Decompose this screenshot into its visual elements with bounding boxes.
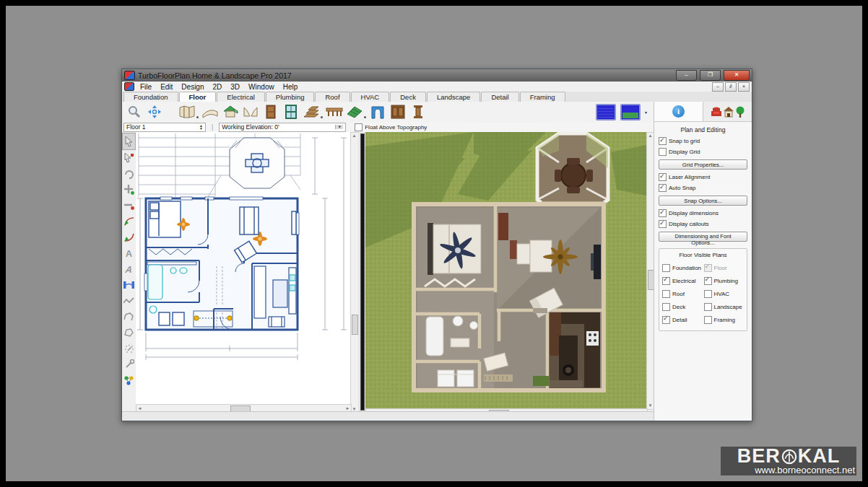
snap-options-button[interactable]: Snap Options...	[659, 196, 747, 206]
mdi-close-button[interactable]: ×	[738, 82, 750, 92]
menu-item[interactable]: 3D	[226, 83, 244, 91]
checkbox-box[interactable]	[704, 290, 712, 298]
reverse-arc-tool-icon[interactable]	[123, 229, 135, 245]
plan-tab[interactable]: Plumbing	[266, 92, 315, 102]
plan-tab[interactable]: Roof	[315, 92, 350, 102]
pan-tool-icon[interactable]	[145, 103, 163, 120]
open-polygon-tool-icon[interactable]	[123, 309, 135, 325]
checkbox-box[interactable]	[662, 264, 670, 272]
checkbox-box[interactable]	[659, 173, 667, 181]
rotate-tool-icon[interactable]	[123, 166, 135, 182]
plan-visibility-checkbox[interactable]: Foundation	[662, 264, 703, 272]
floor-selector[interactable]: Floor 1 ▲▼	[123, 123, 206, 132]
option-checkbox[interactable]: Display Grid	[659, 148, 747, 156]
float-above-topography-checkbox[interactable]: Float Above Topography	[355, 123, 427, 131]
plan-visibility-checkbox[interactable]: Floor	[704, 264, 745, 272]
arc-tool-icon[interactable]	[123, 214, 135, 229]
window-tool-icon[interactable]	[282, 103, 300, 120]
roofing-tool-dropdown[interactable]	[364, 116, 366, 118]
plan-tab[interactable]: Deck	[390, 92, 426, 102]
plan-visibility-checkbox[interactable]: Landscape	[704, 303, 745, 311]
title-bar[interactable]: TurboFloorPlan Home & Landscape Pro 2017…	[122, 69, 752, 82]
railing-tool-icon[interactable]	[325, 103, 343, 120]
curved-wall-tool-icon[interactable]	[201, 103, 219, 120]
plan-visibility-checkbox[interactable]: Deck	[662, 303, 703, 311]
dimension-tool-icon[interactable]	[123, 277, 135, 293]
plan-visibility-checkbox[interactable]: Detail	[662, 316, 703, 324]
column-tool-icon[interactable]	[409, 103, 427, 120]
2d-floor-plan-canvas[interactable]	[136, 132, 350, 404]
working-elevation-field[interactable]: Working Elevation: 0' ▼	[219, 123, 346, 132]
italic-text-tool-icon[interactable]: A	[123, 261, 135, 277]
archway-tool-icon[interactable]	[368, 103, 386, 120]
cabinet-tool-icon[interactable]	[389, 103, 407, 120]
roof-tool-icon[interactable]	[221, 103, 239, 120]
remove-point-tool-icon[interactable]	[123, 198, 135, 214]
zoom-tool-icon[interactable]	[125, 103, 143, 120]
minimize-button[interactable]: –	[676, 70, 697, 81]
grid-properties-button[interactable]: Grid Properties...	[659, 159, 747, 170]
checkbox-box[interactable]	[704, 277, 712, 285]
option-checkbox[interactable]: Laser Alignment	[659, 173, 747, 181]
door-tool-icon[interactable]	[261, 103, 279, 120]
scroll-up-arrow[interactable]: ▲	[647, 133, 654, 139]
plan-tab[interactable]: Framing	[520, 92, 565, 102]
checkbox-box[interactable]	[662, 303, 670, 311]
checkbox-box[interactable]	[355, 123, 363, 131]
2d-plan-view-button[interactable]	[596, 104, 616, 120]
wall-tool-icon[interactable]	[178, 103, 196, 120]
checkbox-box[interactable]	[662, 290, 670, 298]
select-special-tool-icon[interactable]	[123, 150, 135, 166]
option-checkbox[interactable]: Snap to grid	[659, 137, 747, 145]
dimensioning-font-options-button[interactable]: Dimensioning and Font Options...	[659, 232, 747, 242]
checkbox-box[interactable]	[704, 303, 712, 311]
plan-visibility-checkbox[interactable]: Electrical	[662, 277, 703, 285]
menu-item[interactable]: Help	[279, 83, 303, 91]
opening-tool-icon[interactable]	[241, 103, 259, 120]
plan-tab[interactable]: HVAC	[351, 92, 390, 102]
tab-plan-info[interactable]: i	[654, 102, 703, 121]
scroll-down-arrow[interactable]: ▼	[647, 403, 654, 409]
add-point-tool-icon[interactable]	[123, 182, 135, 198]
view-splitter[interactable]	[358, 132, 365, 412]
mdi-minimize-button[interactable]: –	[712, 82, 724, 92]
close-button[interactable]: ✕	[724, 70, 750, 81]
plan-visibility-checkbox[interactable]: HVAC	[704, 290, 745, 298]
3d-overview-canvas[interactable]	[365, 132, 646, 408]
text-tool-icon[interactable]: A	[123, 245, 135, 261]
roofing-material-tool-icon[interactable]	[345, 103, 363, 120]
group-tool-icon[interactable]	[123, 372, 135, 388]
stairs-tool-icon[interactable]	[302, 103, 320, 120]
checkbox-box[interactable]	[659, 220, 667, 228]
menu-item[interactable]: 2D	[209, 83, 227, 91]
plan-tab[interactable]: Landscape	[427, 92, 480, 102]
checkbox-box[interactable]	[704, 264, 712, 272]
plan-tab[interactable]: Electrical	[217, 92, 265, 102]
scroll-thumb[interactable]	[352, 315, 358, 335]
plan-visibility-checkbox[interactable]: Framing	[704, 316, 745, 324]
menu-item[interactable]: Design	[177, 83, 208, 91]
plan-tab[interactable]: Detail	[481, 92, 518, 102]
checkbox-box[interactable]	[659, 209, 667, 217]
option-checkbox[interactable]: Auto Snap	[659, 184, 747, 192]
polyline-tool-icon[interactable]	[123, 293, 135, 309]
checkbox-box[interactable]	[662, 277, 670, 285]
scroll-up-arrow[interactable]: ▲	[351, 133, 357, 139]
plan-tab[interactable]: Floor	[179, 92, 217, 102]
checkbox-box[interactable]	[659, 148, 667, 156]
menu-item[interactable]: Window	[244, 83, 279, 91]
view-dropdown-arrow[interactable]: ▾	[645, 110, 647, 115]
select-tool-icon[interactable]	[122, 133, 136, 150]
option-checkbox[interactable]: Display callouts	[659, 220, 747, 228]
stairs-tool-dropdown[interactable]	[321, 116, 323, 118]
elevation-dropdown-arrow[interactable]: ▼	[335, 125, 343, 129]
tab-design-content[interactable]	[703, 102, 752, 121]
menu-item[interactable]: Edit	[156, 83, 177, 91]
maximize-button[interactable]: ❐	[700, 70, 721, 81]
checkbox-box[interactable]	[662, 316, 670, 324]
plan-tab[interactable]: Foundation	[123, 92, 178, 102]
checkbox-box[interactable]	[704, 316, 712, 324]
spray-tool-icon[interactable]	[123, 341, 135, 356]
adjustment-tool-icon[interactable]	[123, 356, 135, 372]
3d-view-button[interactable]	[620, 104, 641, 120]
